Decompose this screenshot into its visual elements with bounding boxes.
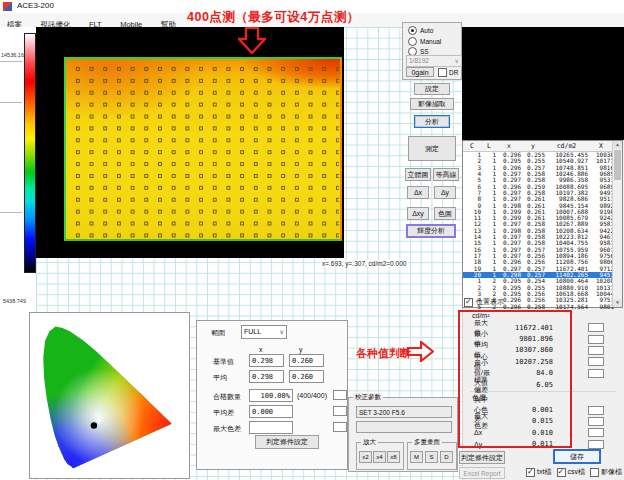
lum-rows: 最大值11672.401最小值9801.896平均值10307.860中心值10…: [462, 322, 624, 390]
multi-screen-group: 多重畫面 M S D: [407, 442, 457, 470]
zoom-group-label: 放大: [361, 438, 378, 447]
shutter-dropdown[interactable]: 1/8192 ∨: [406, 55, 462, 67]
column-y-header: y: [299, 346, 303, 353]
footer-judge-condition-button[interactable]: 判定條件設定: [459, 451, 505, 464]
measured-point-marker: [91, 422, 97, 428]
checkbox-icon[interactable]: [590, 468, 599, 477]
multi-s-button[interactable]: S: [425, 451, 438, 463]
radio-manual-label: Manual: [420, 38, 441, 45]
window-title: ACE3-200: [17, 1, 54, 10]
file-type-checkbox[interactable]: csv檔: [557, 467, 586, 477]
table-body[interactable]: 110.2960.25510265.45510038210.2950.25510…: [463, 152, 622, 310]
delta-y-button[interactable]: Δy: [434, 186, 456, 199]
radio-manual[interactable]: Manual: [408, 37, 441, 46]
table-cell: 10174.564: [545, 304, 588, 310]
result-label: Δy: [474, 441, 493, 448]
annotation-values-note: 各种值判断: [356, 346, 411, 361]
scroll-up-icon[interactable]: ▲: [613, 141, 622, 149]
average-y-field[interactable]: 0.260: [289, 370, 324, 383]
result-row: Δx0.010: [462, 427, 624, 438]
result-value: 10207.258: [493, 358, 553, 366]
position-display-checkbox[interactable]: 位置表示: [464, 297, 504, 307]
reference-label: 基準值: [213, 357, 234, 367]
result-row: 標準偏差6.05: [462, 379, 624, 390]
max-color-diff-label: 最大色差: [213, 424, 241, 434]
analyze-button[interactable]: 分析: [414, 115, 450, 128]
measure-button[interactable]: 測定: [408, 136, 456, 161]
cursor-status-line: x=.693, y=.307, cd/m2=0.000: [320, 260, 408, 267]
save-button[interactable]: 儲存: [553, 449, 601, 464]
judge-indicator: [588, 335, 604, 344]
column-x-header: x: [259, 346, 263, 353]
judge-indicator: [588, 369, 604, 378]
judge-indicator: [333, 390, 347, 400]
multi-screen-label: 多重畫面: [412, 438, 442, 447]
colorbar-tick: [0, 61, 22, 62]
image-capture-button[interactable]: 影像擷取: [410, 98, 454, 110]
multi-m-button[interactable]: M: [410, 451, 423, 463]
dr-checkbox-icon[interactable]: [438, 68, 447, 77]
table-scrollbar[interactable]: ▲ ▼: [612, 141, 622, 307]
range-value: FULL: [244, 328, 261, 335]
stereo-view-button[interactable]: 立體圖: [405, 168, 431, 181]
measurement-image-area[interactable]: [36, 27, 344, 258]
radio-auto-circle-icon[interactable]: [408, 26, 417, 35]
shutter-value: 1/8192: [409, 57, 429, 64]
result-value: 0.015: [493, 417, 553, 425]
zoom-x8-button[interactable]: x8: [387, 451, 400, 463]
annotation-down-arrow-icon: [238, 27, 266, 54]
reference-y-field[interactable]: 0.260: [289, 354, 324, 367]
zoom-group: 放大 x2 x4 x8: [356, 442, 404, 470]
annotation-points-note: 400点测（最多可设4万点测）: [187, 9, 360, 26]
average-diff-field: 0.000: [249, 405, 293, 418]
color-map-button[interactable]: 色圖: [434, 207, 456, 220]
colorbar-tick: [0, 212, 22, 213]
checkbox-label: txt檔: [537, 467, 551, 477]
result-label: 標準偏差: [474, 375, 493, 395]
dr-label: DR: [449, 69, 458, 76]
range-dropdown[interactable]: FULL ∨: [241, 325, 287, 339]
luminance-heatmap[interactable]: [64, 57, 342, 241]
file-type-checkbox[interactable]: txt檔: [526, 467, 551, 477]
radio-manual-circle-icon[interactable]: [408, 37, 417, 46]
delta-x-button[interactable]: Δx: [407, 186, 429, 199]
judge-indicator: [588, 428, 604, 437]
reference-x-field[interactable]: 0.298: [249, 354, 284, 367]
zoom-x2-button[interactable]: x2: [359, 451, 372, 463]
measurement-table[interactable]: CLxycd/m2X 110.2960.25510265.45510038210…: [462, 140, 623, 308]
excel-report-button[interactable]: Excel Report: [459, 467, 505, 479]
radio-auto[interactable]: Auto: [408, 26, 433, 35]
color-scale-bar: [24, 33, 36, 273]
zoom-x4-button[interactable]: x4: [373, 451, 386, 463]
dr-checkbox[interactable]: DR: [438, 68, 458, 77]
checkbox-label: csv檔: [568, 467, 586, 477]
position-display-label: 位置表示: [476, 297, 504, 307]
delta-xy-button[interactable]: Δxy: [407, 207, 429, 220]
average-x-field[interactable]: 0.298: [249, 370, 284, 383]
annotation-right-arrow-icon: [407, 341, 434, 362]
position-display-check-icon[interactable]: [464, 298, 473, 307]
contour-button[interactable]: 等高線: [433, 168, 459, 181]
scrollbar-thumb[interactable]: [614, 150, 621, 180]
table-cell: 0.258: [521, 304, 545, 310]
result-value: 6.05: [493, 381, 553, 389]
chroma-rows: 與中心色差0.001最大色差0.015Δx0.010Δy0.011: [462, 404, 624, 450]
chevron-down-icon: ∨: [455, 56, 459, 66]
file-type-checkbox[interactable]: 影像檔: [590, 467, 622, 477]
measurement-points-grid: [67, 60, 339, 238]
checkbox-icon[interactable]: [526, 468, 535, 477]
table-header-cell: x: [497, 141, 521, 151]
judge-condition-button[interactable]: 判定條件設定: [255, 435, 319, 449]
cie-diagram-panel: [29, 312, 190, 479]
judge-indicator: [588, 440, 604, 449]
zero-gain-button[interactable]: 0gain: [406, 67, 434, 77]
judge-indicator: [588, 406, 604, 415]
checkbox-icon[interactable]: [557, 468, 566, 477]
calibration-panel: 校正參數 SET 3-200 F5.6 放大 x2 x4 x8 多重畫面 M S…: [348, 397, 458, 472]
settings-button[interactable]: 設定: [414, 83, 450, 95]
scroll-down-icon[interactable]: ▼: [613, 299, 622, 307]
luminance-analysis-button[interactable]: 輝度分析: [406, 224, 456, 238]
pass-count-label: 合格數量: [213, 392, 241, 402]
multi-d-button[interactable]: D: [440, 451, 453, 463]
table-header-cell: cd/m2: [545, 141, 588, 151]
